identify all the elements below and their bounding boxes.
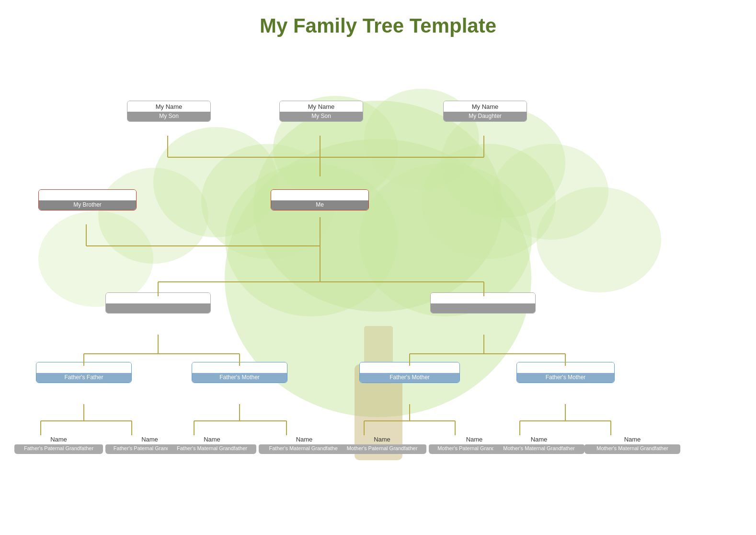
ggp7-role: Mother's Maternal Grandfather	[493, 444, 584, 454]
ggp7-node[interactable]: Name Mother's Maternal Grandfather	[493, 434, 584, 454]
ggp3-node[interactable]: Name Father's Maternal Grandfather	[168, 434, 256, 454]
brother-node[interactable]: My Brother	[38, 189, 137, 210]
ggp1-name: Name	[14, 434, 103, 444]
fathers-mother-pat-name	[192, 362, 287, 373]
chart-area: My Name My Son My Name My Son My Name My…	[10, 43, 746, 530]
me-name	[271, 190, 368, 200]
ggp5-name: Name	[338, 434, 426, 444]
mother-role	[431, 303, 535, 313]
father-node[interactable]	[105, 292, 211, 314]
page-title: My Family Tree Template	[0, 0, 756, 37]
ggp3-role: Father's Maternal Grandfather	[168, 444, 256, 454]
mothers-mother-role: Father's Mother	[517, 373, 614, 383]
ggp4-role: Father's Maternal Grandfather	[259, 444, 350, 454]
mothers-mother-name	[517, 362, 614, 373]
fathers-mother-mat-node[interactable]: Father's Mother	[359, 362, 460, 383]
ggp8-node[interactable]: Name Mother's Maternal Grandfather	[584, 434, 680, 454]
daughter-role: My Daughter	[444, 112, 527, 121]
mothers-mother-node[interactable]: Father's Mother	[516, 362, 615, 383]
ggp1-role: Father's Paternal Grandfather	[14, 444, 103, 454]
fathers-mother-pat-node[interactable]: Father's Mother	[192, 362, 287, 383]
fathers-father-role: Father's Father	[36, 373, 131, 383]
mother-node[interactable]	[430, 292, 536, 314]
son1-name: My Name	[127, 101, 210, 112]
son2-role: My Son	[280, 112, 363, 121]
fathers-father-name	[36, 362, 131, 373]
fathers-father-node[interactable]: Father's Father	[36, 362, 132, 383]
fathers-mother-pat-role: Father's Mother	[192, 373, 287, 383]
me-node[interactable]: Me	[271, 189, 369, 210]
me-role: Me	[271, 200, 368, 210]
ggp7-name: Name	[493, 434, 584, 444]
ggp5-role: Mother's Paternal Grandfather	[338, 444, 426, 454]
son2-name: My Name	[280, 101, 363, 112]
father-role	[106, 303, 210, 313]
mother-name	[431, 293, 535, 303]
son1-role: My Son	[127, 112, 210, 121]
ggp4-name: Name	[259, 434, 350, 444]
ggp1-node[interactable]: Name Father's Paternal Grandfather	[14, 434, 103, 454]
fathers-mother-mat-name	[360, 362, 459, 373]
ggp3-name: Name	[168, 434, 256, 444]
ggp4-node[interactable]: Name Father's Maternal Grandfather	[259, 434, 350, 454]
father-name	[106, 293, 210, 303]
son1-node[interactable]: My Name My Son	[127, 101, 211, 122]
son2-node[interactable]: My Name My Son	[279, 101, 363, 122]
ggp8-name: Name	[584, 434, 680, 444]
fathers-mother-mat-role: Father's Mother	[360, 373, 459, 383]
daughter-node[interactable]: My Name My Daughter	[443, 101, 527, 122]
brother-role: My Brother	[39, 200, 136, 210]
brother-name	[39, 190, 136, 200]
ggp8-role: Mother's Maternal Grandfather	[584, 444, 680, 454]
ggp5-node[interactable]: Name Mother's Paternal Grandfather	[338, 434, 426, 454]
daughter-name: My Name	[444, 101, 527, 112]
